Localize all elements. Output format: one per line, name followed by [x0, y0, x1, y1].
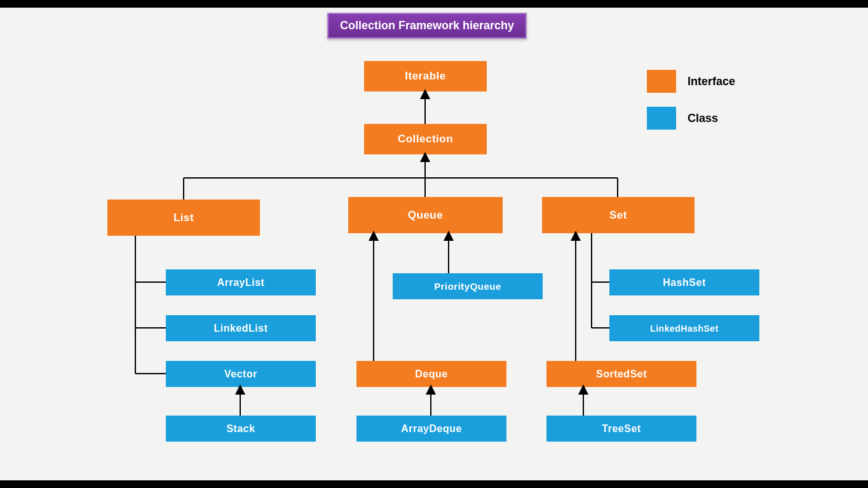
- legend-interface-label: Interface: [688, 75, 735, 88]
- node-deque: Deque: [356, 361, 506, 387]
- node-linkedhashset: LinkedHashSet: [609, 315, 759, 341]
- node-collection: Collection: [364, 124, 487, 154]
- legend-class-swatch: [647, 107, 676, 130]
- node-iterable: Iterable: [364, 61, 487, 92]
- node-set: Set: [542, 197, 695, 233]
- node-linkedlist: LinkedList: [166, 315, 316, 341]
- diagram-canvas: Collection Framework hierarchy Interface…: [0, 8, 868, 480]
- node-arraydeque: ArrayDeque: [356, 416, 506, 442]
- node-arraylist: ArrayList: [166, 269, 316, 295]
- legend-class-label: Class: [688, 112, 718, 125]
- node-hashset: HashSet: [609, 269, 759, 295]
- node-sortedset: SortedSet: [546, 361, 696, 387]
- node-stack: Stack: [166, 416, 316, 442]
- diagram-title: Collection Framework hierarchy: [327, 13, 527, 39]
- node-treeset: TreeSet: [546, 416, 696, 442]
- node-priorityqueue: PriorityQueue: [393, 273, 543, 299]
- node-list: List: [107, 200, 260, 236]
- node-queue: Queue: [348, 197, 503, 233]
- legend-interface-swatch: [647, 70, 676, 93]
- node-vector: Vector: [166, 361, 316, 387]
